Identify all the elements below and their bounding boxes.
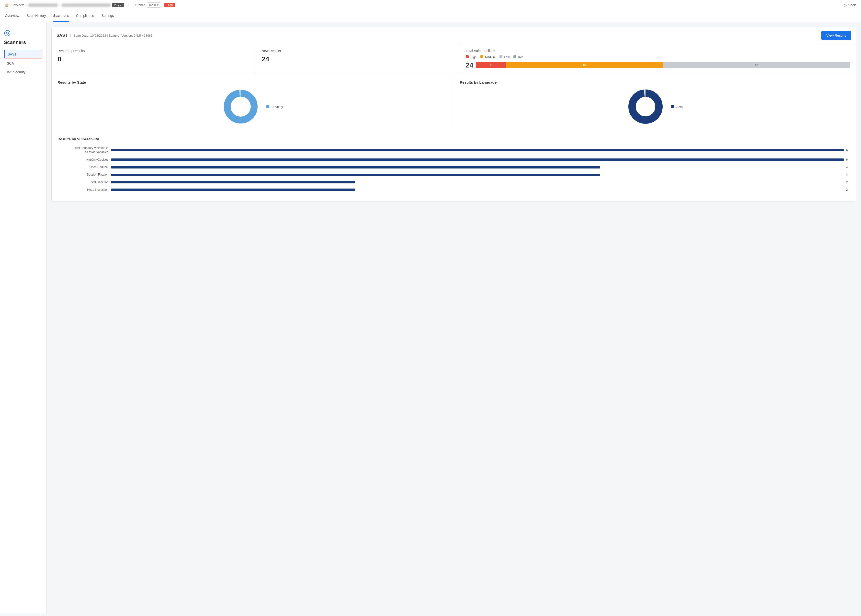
recurring-value: 0 <box>58 55 250 63</box>
high-bar: 2 <box>476 62 506 68</box>
header-sep: | <box>70 33 71 38</box>
branch-select[interactable]: main ▾ <box>147 2 161 8</box>
scanner-name: SAST <box>57 33 68 38</box>
bar-track-heap <box>111 189 844 191</box>
vuln-bars-title: Results by Vulnerability <box>58 137 850 141</box>
chevron-down-icon: ▾ <box>157 3 159 7</box>
lang-chart-title: Results by Language <box>460 80 850 84</box>
projects-link[interactable]: Projects <box>13 3 24 7</box>
bar-label-http: HttpOnlyCookies <box>58 158 111 162</box>
tab-overview[interactable]: Overview <box>5 10 19 22</box>
bar-row-redirect: Open Redirect 4 <box>58 165 850 169</box>
bar-row-http: HttpOnlyCookies 6 <box>58 158 850 162</box>
scanner-meta: Scan Date: 10/03/2023 | Scanner Version:… <box>74 34 152 38</box>
state-chart-container: To verify <box>58 88 448 125</box>
legend-to-verify: To verify <box>266 105 283 108</box>
bar-count-trust: 6 <box>846 148 850 152</box>
top-bar: 🏠 › Projects › › Project Branch main ▾ H… <box>0 0 861 10</box>
sidebar-item-sast[interactable]: SAST <box>4 50 42 58</box>
state-chart-title: Results by State <box>58 80 448 84</box>
scan-button[interactable]: ◎ Scan <box>844 3 856 7</box>
info-dot <box>514 55 516 58</box>
tab-scan-history[interactable]: Scan History <box>27 10 46 22</box>
card-header-left: SAST | Scan Date: 10/03/2023 | Scanner V… <box>57 33 152 38</box>
info-label: Info <box>518 55 523 59</box>
view-results-button[interactable]: View Results <box>822 31 851 40</box>
vuln-bars-section: Results by Vulnerability Trust Boundary … <box>52 131 856 201</box>
bar-count-http: 6 <box>846 158 850 162</box>
bar-track-fixation <box>111 174 844 176</box>
breadcrumb: 🏠 › Projects › › Project Branch main ▾ H… <box>5 2 175 8</box>
to-verify-label: To verify <box>271 105 283 108</box>
bar-fill-sql <box>111 181 355 184</box>
bar-label-redirect: Open Redirect <box>58 165 111 169</box>
bar-fill-trust <box>111 149 844 151</box>
scan-label: Scan <box>848 3 856 7</box>
bar-fill-heap <box>111 189 355 191</box>
bar-fill-redirect <box>111 166 600 168</box>
vuln-section: Total Vulnerabilities High Medium Low <box>460 44 856 74</box>
java-square <box>671 105 674 108</box>
scanner-version: 9.5.5-493465 <box>134 34 152 38</box>
state-chart-cell: Results by State To verify <box>52 74 454 131</box>
vuln-legend: High Medium Low Info <box>466 55 850 59</box>
medium-bar: 10 <box>506 62 663 68</box>
home-icon[interactable]: 🏠 <box>5 3 9 7</box>
bar-row-fixation: Session Fixation 4 <box>58 173 850 177</box>
bar-count-sql: 2 <box>846 181 850 184</box>
svg-point-1 <box>227 93 254 120</box>
new-results-cell: New Results 24 <box>256 44 460 74</box>
legend-low: Low <box>500 55 509 59</box>
svg-point-4 <box>632 93 659 120</box>
stats-row: Recurring Results 0 New Results 24 Total… <box>52 44 856 74</box>
sidebar-item-sca[interactable]: SCA <box>4 60 42 67</box>
java-label: Java <box>676 105 683 108</box>
bar-track-trust <box>111 149 844 151</box>
bar-label-sql: SQL Injection <box>58 180 111 184</box>
bar-row-sql: SQL Injection 2 <box>58 180 850 184</box>
sidebar-item-iac[interactable]: IaC Security <box>4 68 42 76</box>
bar-label-heap: Heap Inspection <box>58 188 111 192</box>
tab-settings[interactable]: Settings <box>102 10 114 22</box>
bar-count-fixation: 4 <box>846 173 850 176</box>
high-dot <box>466 55 469 58</box>
bar-track-http <box>111 159 844 161</box>
scan-date: 10/03/2023 <box>90 34 106 38</box>
lang-chart-container: Java <box>460 88 850 125</box>
vuln-label: Total Vulnerabilities <box>466 49 850 53</box>
branch-value: main <box>149 3 156 7</box>
sep1: › <box>10 3 11 7</box>
to-verify-square <box>266 105 269 108</box>
project-name-blurred <box>28 3 58 7</box>
state-chart-legend: To verify <box>266 105 283 108</box>
bar-count-redirect: 4 <box>846 165 850 169</box>
project-badge: Project <box>112 3 124 7</box>
medium-label: Medium <box>485 55 496 59</box>
high-label: High <box>470 55 476 59</box>
scanners-icon: ◎ <box>4 28 42 37</box>
content-area: SAST | Scan Date: 10/03/2023 | Scanner V… <box>47 22 861 614</box>
nav-tabs: Overview Scan History Scanners Complianc… <box>0 10 861 22</box>
low-bar: 12 <box>663 62 850 68</box>
sidebar: ◎ Scanners SAST SCA IaC Security <box>0 22 47 614</box>
state-donut-svg <box>222 88 259 125</box>
bar-count-heap: 2 <box>846 188 850 192</box>
tab-compliance[interactable]: Compliance <box>76 10 94 22</box>
bar-label-trust: Trust Boundary Violation inSession Varia… <box>58 146 111 154</box>
sast-card: SAST | Scan Date: 10/03/2023 | Scanner V… <box>51 27 856 201</box>
scan-date-label: Scan Date: <box>74 34 89 38</box>
new-value: 24 <box>262 55 454 63</box>
scan-icon: ◎ <box>844 3 847 7</box>
vuln-total: 24 <box>466 61 473 69</box>
tab-scanners[interactable]: Scanners <box>53 10 69 22</box>
bar-track-redirect <box>111 166 844 168</box>
new-label: New Results <box>262 49 454 53</box>
sep2: › <box>26 3 27 7</box>
lang-chart-cell: Results by Language Java <box>454 74 856 131</box>
vuln-stacked-bar: 2 10 12 <box>476 62 850 68</box>
card-header: SAST | Scan Date: 10/03/2023 | Scanner V… <box>52 27 856 44</box>
charts-row: Results by State To verify <box>52 74 856 131</box>
recurring-results-cell: Recurring Results 0 <box>52 44 256 74</box>
legend-info: Info <box>514 55 523 59</box>
vuln-bar-row: 24 2 10 12 <box>466 61 850 69</box>
